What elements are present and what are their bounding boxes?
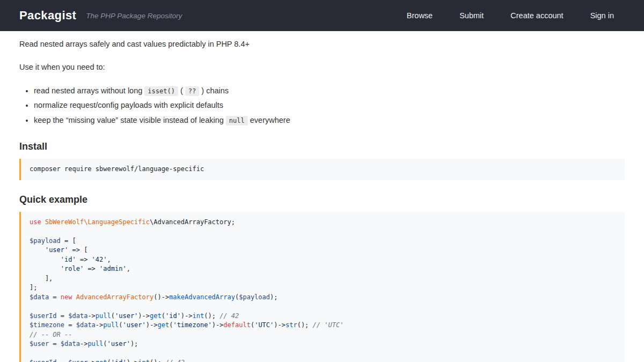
readme-content: Read nested arrays safely and cast value…	[0, 31, 644, 362]
bullet-text: (	[178, 86, 185, 95]
nav-sign-in[interactable]: Sign in	[590, 11, 614, 20]
list-item: keep the “missing value” state visible i…	[34, 114, 625, 127]
example-code: use SbWereWolf\LanguageSpecific\Advanced…	[30, 218, 343, 362]
bullet-text: normalize request/config payloads with e…	[34, 101, 223, 109]
list-item: read nested arrays without long isset() …	[34, 85, 625, 98]
install-code-block: composer require sbwerewolf/language-spe…	[19, 159, 625, 180]
inline-code-isset: isset()	[144, 86, 178, 96]
nav-browse[interactable]: Browse	[407, 11, 433, 20]
nav-submit[interactable]: Submit	[459, 11, 484, 20]
main-nav: Browse Submit Create account Sign in	[407, 11, 614, 20]
install-code: composer require sbwerewolf/language-spe…	[30, 165, 204, 173]
nav-create-account[interactable]: Create account	[510, 11, 563, 20]
bullet-text: ) chains	[199, 86, 229, 95]
use-when-paragraph: Use it when you need to:	[19, 62, 625, 73]
bullet-text: read nested arrays without long	[34, 86, 144, 95]
example-code-block: use SbWereWolf\LanguageSpecific\Advanced…	[19, 212, 625, 362]
example-heading: Quick example	[19, 194, 625, 205]
bullet-text: everywhere	[248, 116, 290, 124]
brand-logo[interactable]: Packagist	[19, 9, 76, 23]
install-heading: Install	[19, 141, 625, 152]
intro-paragraph: Read nested arrays safely and cast value…	[19, 39, 625, 50]
inline-code-null-coalesce: ??	[185, 86, 199, 96]
bullet-text: keep the “missing value” state visible i…	[34, 116, 226, 124]
brand-tagline: The PHP Package Repository	[86, 12, 182, 20]
inline-code-null: null	[226, 116, 248, 125]
list-item: normalize request/config payloads with e…	[34, 99, 625, 112]
feature-list: read nested arrays without long isset() …	[19, 85, 625, 128]
site-header: Packagist The PHP Package Repository Bro…	[0, 0, 644, 31]
